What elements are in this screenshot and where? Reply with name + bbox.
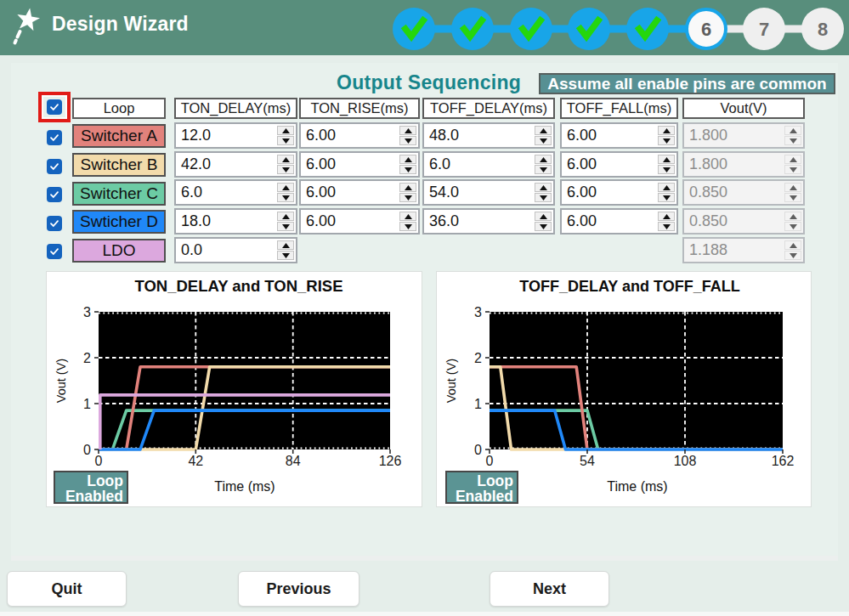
svg-text:126: 126 <box>379 454 402 468</box>
svg-text:Vout (V): Vout (V) <box>54 359 68 403</box>
svg-text:6: 6 <box>701 19 711 40</box>
svg-text:162: 162 <box>772 454 795 468</box>
svg-text:0: 0 <box>474 443 482 457</box>
svg-text:3: 3 <box>83 305 91 319</box>
svg-text:0: 0 <box>486 454 494 468</box>
svg-text:Time (ms): Time (ms) <box>607 479 667 494</box>
svg-text:0: 0 <box>95 454 103 468</box>
svg-text:42: 42 <box>188 454 203 468</box>
svg-text:54: 54 <box>580 454 595 468</box>
svg-text:TON_DELAY and TON_RISE: TON_DELAY and TON_RISE <box>134 277 342 295</box>
svg-text:3: 3 <box>474 305 482 319</box>
svg-text:108: 108 <box>674 454 697 468</box>
svg-text:1: 1 <box>83 397 91 411</box>
svg-text:Vout (V): Vout (V) <box>444 359 458 403</box>
svg-text:1: 1 <box>474 397 482 411</box>
svg-text:2: 2 <box>474 351 482 365</box>
svg-text:84: 84 <box>286 454 301 468</box>
svg-text:Time (ms): Time (ms) <box>214 479 275 494</box>
svg-text:2: 2 <box>83 351 91 365</box>
svg-text:7: 7 <box>759 19 769 40</box>
svg-text:0: 0 <box>83 443 91 457</box>
svg-text:8: 8 <box>818 19 828 40</box>
svg-text:TOFF_DELAY and TOFF_FALL: TOFF_DELAY and TOFF_FALL <box>519 278 739 295</box>
